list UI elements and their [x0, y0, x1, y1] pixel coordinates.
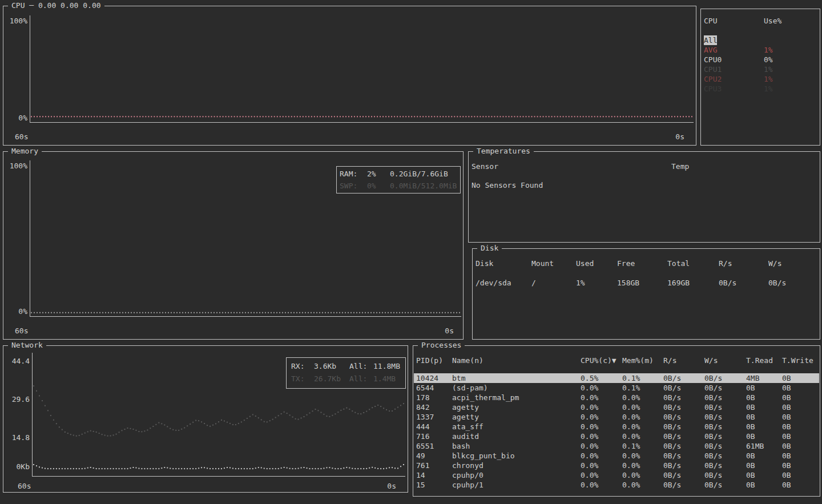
cpu-x-left-label: 60s [15, 132, 28, 141]
disk-panel[interactable]: Disk Disk Mount Used Free Total R/s W/s … [472, 248, 820, 340]
temperatures-empty-message: No Sensors Found [469, 181, 820, 189]
cpu-core-name: AVG [704, 45, 717, 55]
memory-y-max-label: 100% [5, 162, 27, 170]
disk-mount: / [531, 278, 576, 288]
process-write-rate: 0B/s [704, 373, 746, 383]
process-pid: 49 [416, 451, 452, 461]
disk-col-mount: Mount [531, 259, 576, 268]
process-mem: 0.0% [622, 393, 663, 402]
process-write-rate: 0B/s [704, 451, 746, 461]
process-name: auditd [452, 432, 581, 441]
cpu-legend-row[interactable]: CPU0 0% [701, 55, 820, 64]
process-read-rate: 0B/s [663, 470, 704, 480]
ram-usage-row: RAM: 2% 0.2GiB/7.6GiB [337, 168, 460, 180]
process-row[interactable]: 178 acpi_thermal_pm 0.0% 0.0% 0B/s 0B/s … [414, 393, 819, 402]
memory-y-min-label: 0% [5, 307, 27, 316]
cpu-legend-rows: All AVG 1% CPU0 0% CPU1 1% [701, 35, 820, 94]
memory-panel-title: Memory [8, 147, 42, 155]
process-name: ata_sff [452, 422, 581, 432]
cpu-x-axis [30, 122, 694, 123]
processes-panel-title: Processes [418, 341, 465, 349]
process-cpu: 0.0% [581, 402, 622, 412]
network-x-right-label: 0s [387, 482, 396, 490]
process-mem: 0.0% [622, 412, 663, 422]
processes-col-tread[interactable]: T.Read [746, 356, 782, 365]
cpu-legend-panel[interactable]: CPU Use% All AVG 1% CPU0 0% [700, 9, 820, 146]
process-pid: 1337 [416, 412, 452, 422]
process-row[interactable]: 716 auditd 0.0% 0.0% 0B/s 0B/s 0B 0B [414, 432, 819, 441]
temperatures-header: Sensor Temp [469, 162, 820, 171]
process-row[interactable]: 444 ata_sff 0.0% 0.0% 0B/s 0B/s 0B 0B [414, 422, 819, 432]
ram-percent: 2% [367, 168, 390, 180]
processes-panel[interactable]: Processes PID(p) Name(n) CPU%(c)▼ Mem%(m… [413, 345, 820, 497]
cpu-legend-col-use: Use% [764, 16, 820, 26]
rx-all-label: All: [349, 360, 373, 373]
process-pid: 444 [416, 422, 452, 432]
process-name: cpuhp/0 [452, 470, 581, 480]
process-row[interactable]: 842 agetty 0.0% 0.0% 0B/s 0B/s 0B 0B [414, 402, 819, 412]
process-mem: 0.1% [622, 383, 663, 393]
process-cpu: 0.0% [581, 383, 622, 393]
process-name: chronyd [452, 461, 581, 470]
processes-col-rs[interactable]: R/s [663, 356, 704, 365]
process-total-read: 0B [746, 383, 782, 393]
network-y-label-2: 29.6 [5, 395, 30, 404]
network-panel[interactable]: Network 44.4 29.6 14.8 0Kb 60s 0s RX: 3.… [3, 345, 408, 493]
process-read-rate: 0B/s [663, 373, 704, 383]
process-row[interactable]: 6544 (sd-pam) 0.0% 0.1% 0B/s 0B/s 0B 0B [414, 383, 819, 393]
process-cpu: 0.0% [581, 432, 622, 441]
cpu-legend-col-cpu: CPU [704, 16, 764, 26]
process-total-read: 61MB [746, 441, 782, 451]
cpu-y-axis [30, 15, 30, 122]
cpu-legend-row[interactable]: AVG 1% [701, 45, 820, 55]
disk-used: 1% [576, 278, 617, 288]
temperatures-panel[interactable]: Temperatures Sensor Temp No Sensors Foun… [468, 151, 820, 243]
disk-col-disk: Disk [476, 259, 531, 268]
process-total-read: 0B [746, 422, 782, 432]
cpu-legend-row[interactable]: CPU1 1% [701, 64, 820, 74]
process-total-write: 0B [782, 432, 819, 441]
process-row[interactable]: 6551 bash 0.0% 0.1% 0B/s 0B/s 61MB 0B [414, 441, 819, 451]
process-read-rate: 0B/s [663, 451, 704, 461]
process-row[interactable]: 1337 agetty 0.0% 0.0% 0B/s 0B/s 0B 0B [414, 412, 819, 422]
process-total-write: 0B [782, 441, 819, 451]
process-total-write: 0B [782, 393, 819, 402]
cpu-panel-title: CPU ─ 0.00 0.00 0.00 [8, 1, 104, 10]
process-write-rate: 0B/s [704, 393, 746, 402]
processes-col-pid[interactable]: PID(p) [416, 356, 452, 365]
cpu-legend-header: CPU Use% [701, 16, 820, 26]
process-row[interactable]: 14 cpuhp/0 0.0% 0.0% 0B/s 0B/s 0B 0B [414, 470, 819, 480]
cpu-legend-row[interactable]: CPU3 1% [701, 84, 820, 94]
memory-panel[interactable]: Memory 100% 0% 60s 0s RAM: 2% 0.2GiB/7.6… [3, 151, 464, 340]
cpu-core-name: CPU2 [704, 74, 722, 84]
disk-col-rs: R/s [719, 259, 768, 268]
process-mem: 0.0% [622, 451, 663, 461]
process-row[interactable]: 10424 btm 0.5% 0.1% 0B/s 0B/s 4MB 0B [414, 373, 819, 383]
process-total-write: 0B [782, 412, 819, 422]
process-total-write: 0B [782, 470, 819, 480]
process-row[interactable]: 15 cpuhp/1 0.0% 0.0% 0B/s 0B/s 0B 0B [414, 480, 819, 490]
disk-rows: /dev/sda / 1% 158GB 169GB 0B/s 0B/s [473, 278, 820, 288]
processes-col-cpu-sort[interactable]: CPU%(c)▼ [581, 356, 622, 365]
processes-col-name[interactable]: Name(n) [452, 356, 581, 365]
processes-col-ws[interactable]: W/s [704, 356, 746, 365]
process-row[interactable]: 761 chronyd 0.0% 0.0% 0B/s 0B/s 0B 0B [414, 461, 819, 470]
process-write-rate: 0B/s [704, 470, 746, 480]
disk-col-used: Used [576, 259, 617, 268]
processes-col-mem[interactable]: Mem%(m) [622, 356, 663, 365]
process-row[interactable]: 49 blkcg_punt_bio 0.0% 0.0% 0B/s 0B/s 0B… [414, 451, 819, 461]
processes-header-row: PID(p) Name(n) CPU%(c)▼ Mem%(m) R/s W/s … [414, 356, 819, 365]
process-total-read: 0B [746, 402, 782, 412]
cpu-graph-panel[interactable]: CPU ─ 0.00 0.00 0.00 100% 0% 60s 0s [3, 6, 696, 146]
swap-label: SWP: [340, 180, 367, 192]
process-total-read: 0B [746, 393, 782, 402]
process-mem: 0.0% [622, 422, 663, 432]
network-x-axis [32, 476, 405, 477]
cpu-core-name: All [704, 35, 717, 45]
cpu-legend-row[interactable]: All [701, 35, 820, 45]
process-write-rate: 0B/s [704, 383, 746, 393]
process-cpu: 0.0% [581, 412, 622, 422]
cpu-legend-row[interactable]: CPU2 1% [701, 74, 820, 84]
processes-col-twrite[interactable]: T.Write [782, 356, 819, 365]
disk-row[interactable]: /dev/sda / 1% 158GB 169GB 0B/s 0B/s [473, 278, 820, 288]
